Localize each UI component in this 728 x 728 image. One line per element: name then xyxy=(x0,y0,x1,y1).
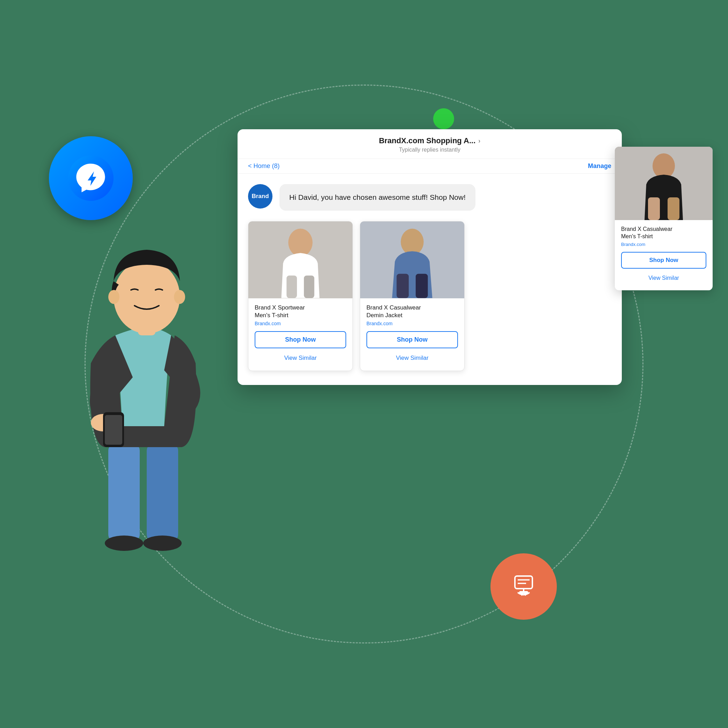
chat-title-chevron: › xyxy=(478,137,480,145)
svg-rect-7 xyxy=(147,444,178,541)
product-image-2 xyxy=(360,222,464,298)
chat-header-title: BrandX.com Shopping A... › xyxy=(248,136,611,145)
svg-rect-24 xyxy=(416,274,428,298)
svg-rect-28 xyxy=(668,197,679,220)
product-url-1: Brandx.com xyxy=(255,321,346,326)
brand-avatar: Brand xyxy=(248,184,272,208)
svg-point-22 xyxy=(401,228,424,255)
touch-icon-circle xyxy=(491,553,557,620)
product-url-2: Brandx.com xyxy=(366,321,458,326)
svg-point-13 xyxy=(174,290,185,304)
product-actions-1: Shop Now View Similar xyxy=(248,328,352,371)
svg-rect-19 xyxy=(286,275,297,298)
product-info-1: Brand X SportwearMen's T-shirt Brandx.co… xyxy=(248,298,352,328)
product-card-2: Brand X CasualwearDemin Jacket Brandx.co… xyxy=(360,221,465,371)
product-url-3: Brandx.com xyxy=(621,242,707,247)
svg-rect-20 xyxy=(304,275,314,298)
product-card-1: Brand X SportwearMen's T-shirt Brandx.co… xyxy=(248,221,353,371)
svg-rect-27 xyxy=(648,197,660,220)
svg-rect-1 xyxy=(515,576,532,589)
product-image-1 xyxy=(248,222,352,298)
shop-now-button-2[interactable]: Shop Now xyxy=(366,331,458,348)
svg-point-8 xyxy=(105,535,143,551)
svg-rect-6 xyxy=(108,444,140,541)
product-actions-3: Shop Now View Similar xyxy=(615,249,713,290)
product-image-3 xyxy=(615,147,713,220)
product-card-3: Brand X CasualwearMen's T-shirt Brandx.c… xyxy=(615,147,713,290)
view-similar-button-2[interactable]: View Similar xyxy=(366,351,458,365)
chat-header-subtitle: Typically replies instantly xyxy=(248,147,611,153)
chat-panel: BrandX.com Shopping A... › Typically rep… xyxy=(237,129,622,385)
touch-icon xyxy=(505,567,543,606)
product-actions-2: Shop Now View Similar xyxy=(360,328,464,371)
green-dot xyxy=(433,108,454,129)
svg-point-9 xyxy=(143,535,182,551)
svg-point-11 xyxy=(113,260,180,333)
svg-point-12 xyxy=(108,290,119,304)
chat-nav: < Home (8) Manage xyxy=(237,159,622,174)
brand-avatar-label: Brand xyxy=(251,193,269,200)
chat-message-text: Hi David, you have chosen awesome stuff!… xyxy=(289,193,466,201)
chat-title-text: BrandX.com Shopping A... xyxy=(379,136,476,145)
product-info-2: Brand X CasualwearDemin Jacket Brandx.co… xyxy=(360,298,464,328)
svg-rect-3 xyxy=(519,591,528,594)
svg-rect-23 xyxy=(396,274,409,298)
product-info-3: Brand X CasualwearMen's T-shirt Brandx.c… xyxy=(615,220,713,249)
chat-message-area: Brand Hi David, you have chosen awesome … xyxy=(237,174,622,221)
products-row: Brand X SportwearMen's T-shirt Brandx.co… xyxy=(237,221,622,371)
view-similar-button-1[interactable]: View Similar xyxy=(255,351,346,365)
view-similar-button-3[interactable]: View Similar xyxy=(621,271,707,285)
chat-nav-back[interactable]: < Home (8) xyxy=(248,162,280,170)
svg-point-18 xyxy=(288,228,313,256)
shop-now-button-1[interactable]: Shop Now xyxy=(255,331,346,348)
product-name-2: Brand X CasualwearDemin Jacket xyxy=(366,304,458,319)
product-name-1: Brand X SportwearMen's T-shirt xyxy=(255,304,346,319)
person-illustration xyxy=(35,182,245,566)
chat-bubble: Hi David, you have chosen awesome stuff!… xyxy=(280,184,476,211)
product-name-3: Brand X CasualwearMen's T-shirt xyxy=(621,226,707,240)
chat-header: BrandX.com Shopping A... › Typically rep… xyxy=(237,129,622,159)
svg-rect-16 xyxy=(105,415,122,445)
chat-nav-manage[interactable]: Manage xyxy=(588,162,611,170)
shop-now-button-3[interactable]: Shop Now xyxy=(621,252,707,269)
